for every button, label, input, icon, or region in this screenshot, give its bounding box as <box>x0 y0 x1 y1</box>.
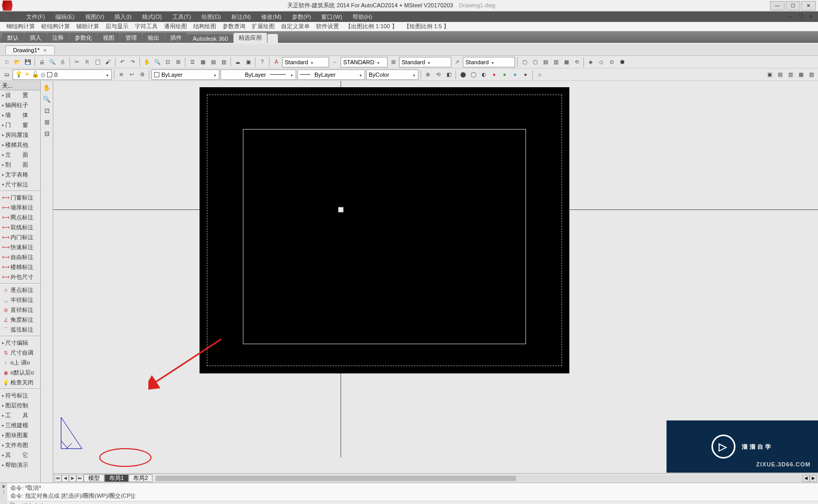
ltp-dim-edit[interactable]: ▸尺寸编辑 <box>0 338 40 348</box>
copy-icon[interactable]: ⎘ <box>83 57 92 67</box>
redo-icon[interactable]: ↷ <box>128 57 137 67</box>
view3d-icon[interactable]: ⊙ <box>607 57 616 67</box>
rtab-view[interactable]: 视图 <box>98 33 120 43</box>
tbr-1-icon[interactable]: ▣ <box>765 70 774 79</box>
minimize-button[interactable]: — <box>770 1 785 10</box>
v-blue-icon[interactable]: ● <box>510 70 520 79</box>
menu-parameter[interactable]: 参数(P) <box>287 11 317 22</box>
toolpalette-icon[interactable]: ▤ <box>208 57 218 67</box>
ltp-block[interactable]: ▸图块图案 <box>0 430 40 440</box>
menu-draw[interactable]: 绘图(D) <box>196 11 226 22</box>
cmd-input[interactable]: 键入命令 <box>19 502 816 505</box>
menu-help[interactable]: 帮助(H) <box>347 11 377 22</box>
textstyle-icon[interactable]: A <box>272 57 281 67</box>
layerprop-icon[interactable]: 🗂 <box>2 70 11 79</box>
window-icon[interactable]: ▢ <box>520 57 529 67</box>
new-icon[interactable]: □ <box>2 57 11 67</box>
layermatch-icon[interactable]: ≋ <box>116 70 126 79</box>
ltp-other[interactable]: ▸其 它 <box>0 450 40 460</box>
ltp-dim-2pt[interactable]: ⟷两点标注 <box>0 213 40 222</box>
switch-icon[interactable]: ⟲ <box>572 57 581 67</box>
menu-edit[interactable]: 编辑(E) <box>50 11 80 22</box>
menu-insert[interactable]: 插入(I) <box>109 11 136 22</box>
tangent-title[interactable]: 天... <box>0 81 40 90</box>
lt-next-icon[interactable]: ▶ <box>69 475 76 482</box>
textstyle-dropdown[interactable]: Standard <box>282 57 329 67</box>
menu-window[interactable]: 窗口(W) <box>316 11 347 22</box>
markup-icon[interactable]: ☁ <box>233 57 242 67</box>
cascade-icon[interactable]: ▢ <box>530 57 540 67</box>
pm-settings[interactable]: 软件设置 <box>313 22 342 30</box>
menu-format[interactable]: 格式(O) <box>137 11 167 22</box>
plot-icon[interactable]: ⎙ <box>58 57 67 67</box>
dimstyle-icon[interactable]: ↔ <box>330 57 340 67</box>
hscroll-thumb[interactable] <box>156 476 516 481</box>
tbr-4-icon[interactable]: ▦ <box>796 70 805 79</box>
pm-ext[interactable]: 扩展绘图 <box>249 22 278 30</box>
doc-close[interactable]: ✕ <box>805 13 816 20</box>
open-icon[interactable]: 📂 <box>13 57 22 67</box>
doc-restore[interactable]: ❐ <box>795 13 805 20</box>
pan-hand-icon[interactable]: ✋ <box>42 83 52 92</box>
v-gray-icon[interactable]: ● <box>521 70 530 79</box>
rtab-featured[interactable]: 精选应用 <box>233 33 267 43</box>
lt-prev-icon[interactable]: ◀ <box>62 475 69 482</box>
maximize-button[interactable]: ☐ <box>786 1 800 10</box>
ltp-section[interactable]: ▸剖 面 <box>0 160 40 170</box>
ltp-dim-2line[interactable]: ⟷双线标注 <box>0 222 40 232</box>
v-green-icon[interactable]: ● <box>500 70 509 79</box>
ltp-dim-stair[interactable]: ⟷楼梯标注 <box>0 262 40 272</box>
pm-steel[interactable]: 钢结构计算 <box>3 22 38 30</box>
render-icon[interactable]: ☼ <box>535 70 544 79</box>
v-wireframe-icon[interactable]: ◯ <box>469 70 478 79</box>
doc-minimize[interactable]: — <box>785 13 795 20</box>
ltp-file[interactable]: ▸文件布图 <box>0 440 40 450</box>
pm-draw[interactable]: 通用绘图 <box>161 22 190 30</box>
ltp-dim-point[interactable]: ⊹逐点标注 <box>0 285 40 295</box>
rtab-manage[interactable]: 管理 <box>120 33 142 43</box>
doctab-drawing1[interactable]: Drawing1* ✕ <box>5 45 55 54</box>
ltp-3d[interactable]: ▸三维建模 <box>0 420 40 430</box>
ltp-dim-up[interactable]: ↕o上 调o <box>0 358 40 368</box>
tablestyle-dropdown[interactable]: Standard <box>399 57 451 67</box>
tbr-5-icon[interactable]: ▧ <box>807 70 816 79</box>
ltp-help[interactable]: ▸帮助演示 <box>0 460 40 470</box>
sheetset-icon[interactable]: ▥ <box>219 57 228 67</box>
close-button[interactable]: ✕ <box>801 1 816 10</box>
ltp-dim-dia[interactable]: ⊘直径标注 <box>0 305 40 315</box>
linetype-dropdown[interactable]: ByLayer <box>220 69 296 80</box>
undo-icon[interactable]: ↶ <box>118 57 127 67</box>
layerprev-icon[interactable]: ↩ <box>127 70 136 79</box>
pm-concrete[interactable]: 砼结构计算 <box>38 22 73 30</box>
ltp-dim-auto[interactable]: ⇅尺寸自调 <box>0 348 40 358</box>
ltp-stair[interactable]: ▸楼梯其他 <box>0 140 40 150</box>
plotstyle-dropdown[interactable]: ByColor <box>366 69 418 80</box>
ltp-dim-wall[interactable]: ⟷墙厚标注 <box>0 203 40 213</box>
tileh-icon[interactable]: ▤ <box>541 57 550 67</box>
cmd-history[interactable]: 命令: *取消* 命令: 指定对角点或 [栏选(F)/圈围(WP)/圈交(CP)… <box>7 483 818 501</box>
arrange-icon[interactable]: ▦ <box>562 57 571 67</box>
ltp-text[interactable]: ▸文字表格 <box>0 170 40 180</box>
drawing-area[interactable] <box>53 81 818 473</box>
calc-icon[interactable]: ▣ <box>243 57 253 67</box>
ucs-prev-icon[interactable]: ⟲ <box>434 70 443 79</box>
ltp-dim-angle[interactable]: ∠角度标注 <box>0 315 40 325</box>
rtab-parametric[interactable]: 参数化 <box>69 33 97 43</box>
ltp-settings[interactable]: ▸设 置 <box>0 90 40 100</box>
ltp-dim-check[interactable]: 💡检查关闭 <box>0 378 40 388</box>
zoom-extent-icon[interactable]: ⊞ <box>42 118 52 127</box>
lineweight-dropdown[interactable]: ByLayer <box>297 69 365 80</box>
rtab-annotate[interactable]: 注释 <box>47 33 69 43</box>
ltp-dim-door[interactable]: ⟷门窗标注 <box>0 193 40 203</box>
hscroll-right-icon[interactable]: ▶ <box>810 475 817 482</box>
ltp-axis[interactable]: ▸轴网柱子 <box>0 100 40 110</box>
zoom-prev2-icon[interactable]: ⊟ <box>42 129 52 138</box>
pm-aux[interactable]: 辅助计算 <box>73 22 102 30</box>
match-icon[interactable]: 🖌 <box>103 57 113 67</box>
rtab-expand[interactable]: ▾ <box>267 34 278 43</box>
mleaderstyle-dropdown[interactable]: Standard <box>463 57 515 67</box>
layer-dropdown[interactable]: 💡 ☀ 🔓 ⎙ 0 <box>13 69 112 80</box>
v-hidden-icon[interactable]: ◐ <box>479 70 488 79</box>
rtab-plugins[interactable]: 插件 <box>165 33 187 43</box>
ltp-dim-arc[interactable]: ⌒弧弦标注 <box>0 325 40 335</box>
